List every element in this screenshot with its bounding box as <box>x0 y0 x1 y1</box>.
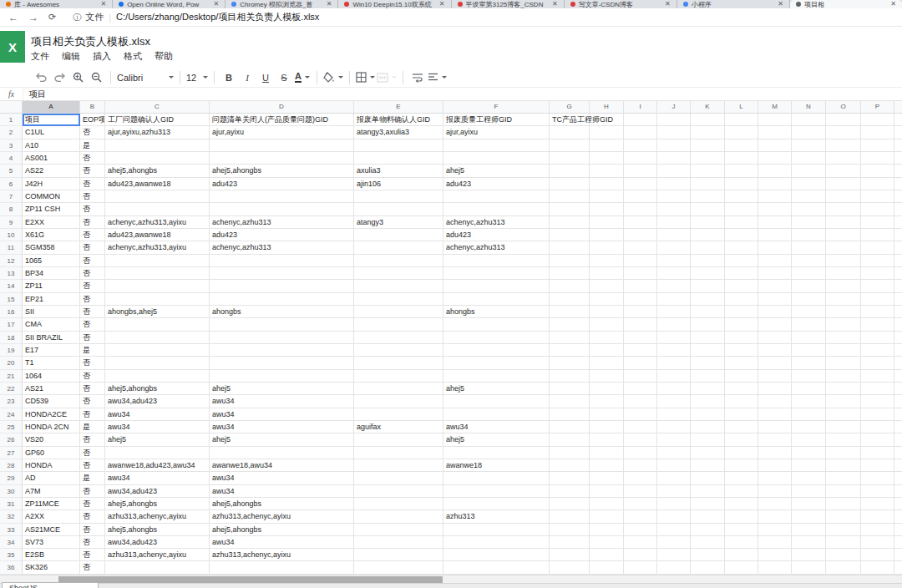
cell-M19[interactable] <box>758 344 792 357</box>
cell-L9[interactable] <box>725 216 758 229</box>
cell-F34[interactable] <box>443 536 550 549</box>
cell-C16[interactable]: ahongbs,ahej5 <box>105 306 210 318</box>
cell-I3[interactable] <box>624 139 657 152</box>
cell-L29[interactable] <box>725 472 758 484</box>
cell-L15[interactable] <box>725 293 758 306</box>
cell-B8[interactable]: 否 <box>80 203 105 215</box>
cell-N31[interactable] <box>792 498 826 510</box>
cell-N9[interactable] <box>792 216 826 229</box>
cell-C18[interactable] <box>105 332 210 344</box>
row-number[interactable]: 4 <box>0 152 23 165</box>
cell-I23[interactable] <box>624 395 657 408</box>
cell-K36[interactable] <box>691 561 725 574</box>
cell-N30[interactable] <box>792 485 826 498</box>
cell-P23[interactable] <box>861 395 894 408</box>
column-header-A[interactable]: A <box>23 101 80 114</box>
cell-K34[interactable] <box>691 536 725 549</box>
cell-I5[interactable] <box>624 165 657 177</box>
cell-H5[interactable] <box>590 165 624 177</box>
cell-M14[interactable] <box>758 280 792 292</box>
cell-G20[interactable] <box>550 357 590 369</box>
cell-E11[interactable] <box>354 241 443 254</box>
forward-icon[interactable]: → <box>28 12 38 23</box>
cell-P30[interactable] <box>861 485 894 498</box>
cell-O3[interactable] <box>826 139 861 152</box>
cell-K7[interactable] <box>691 190 725 203</box>
cell-J34[interactable] <box>657 536 691 549</box>
cell-A2[interactable]: C1UL <box>23 126 80 139</box>
cell-G23[interactable] <box>550 395 590 408</box>
cell-P5[interactable] <box>861 165 894 177</box>
row-number[interactable]: 34 <box>0 536 23 549</box>
cell-C14[interactable] <box>105 280 210 292</box>
cell-A4[interactable]: AS001 <box>23 152 80 165</box>
cell-F6[interactable]: adu423 <box>443 178 550 190</box>
column-header-C[interactable]: C <box>105 101 210 114</box>
cell-B28[interactable]: 否 <box>80 459 105 472</box>
cell-E19[interactable] <box>354 344 443 357</box>
cell-P1[interactable] <box>861 114 894 126</box>
cell-G26[interactable] <box>550 433 590 446</box>
underline-button[interactable]: U <box>257 70 274 85</box>
cell-K35[interactable] <box>691 549 725 561</box>
cell-C3[interactable] <box>105 139 210 152</box>
column-header-D[interactable]: D <box>210 101 354 114</box>
cell-A22[interactable]: AS21 <box>23 383 80 395</box>
cell-X12[interactable] <box>894 255 902 267</box>
cell-B11[interactable]: 否 <box>80 241 105 254</box>
cell-L18[interactable] <box>725 332 758 344</box>
cell-L32[interactable] <box>725 510 758 523</box>
cell-F11[interactable]: achenyc,azhu313 <box>443 241 550 254</box>
column-header-N[interactable]: N <box>792 101 826 114</box>
undo-button[interactable] <box>33 70 49 85</box>
cell-N25[interactable] <box>792 421 826 433</box>
cell-E22[interactable] <box>354 383 443 395</box>
cell-P17[interactable] <box>861 318 894 331</box>
cell-E31[interactable] <box>354 498 443 510</box>
cell-M20[interactable] <box>758 357 792 369</box>
cell-N14[interactable] <box>792 280 826 292</box>
cell-D11[interactable]: achenyc,azhu313 <box>210 241 354 254</box>
cell-K12[interactable] <box>691 255 725 267</box>
cell-H36[interactable] <box>590 561 624 574</box>
cell-E24[interactable] <box>354 408 443 421</box>
cell-C21[interactable] <box>105 370 210 383</box>
cell-G30[interactable] <box>550 485 590 498</box>
cell-E21[interactable] <box>354 370 443 383</box>
cell-M26[interactable] <box>758 433 792 446</box>
cell-X17[interactable] <box>894 318 902 331</box>
row-number[interactable]: 36 <box>0 561 23 574</box>
cell-F18[interactable] <box>443 332 550 344</box>
cell-K6[interactable] <box>691 178 725 190</box>
cell-O34[interactable] <box>826 536 861 549</box>
reload-icon[interactable]: ⟳ <box>48 12 56 23</box>
column-header-H[interactable]: H <box>590 101 624 114</box>
cell-E5[interactable]: axulia3 <box>354 165 443 177</box>
cell-X14[interactable] <box>894 280 902 292</box>
cell-K9[interactable] <box>691 216 725 229</box>
cell-F23[interactable] <box>443 395 550 408</box>
cell-O16[interactable] <box>826 306 861 318</box>
cell-H26[interactable] <box>590 433 624 446</box>
cell-F30[interactable] <box>443 485 550 498</box>
cell-J8[interactable] <box>657 203 691 215</box>
cell-J17[interactable] <box>657 318 691 331</box>
cell-K21[interactable] <box>691 370 725 383</box>
cell-C13[interactable] <box>105 267 210 280</box>
row-number[interactable]: 14 <box>0 280 23 292</box>
cell-N19[interactable] <box>792 344 826 357</box>
cell-K14[interactable] <box>691 280 725 292</box>
cell-X1[interactable] <box>894 114 902 126</box>
column-header-E[interactable]: E <box>354 101 443 114</box>
cell-X28[interactable] <box>894 459 902 472</box>
cell-G21[interactable] <box>550 370 590 383</box>
cell-D13[interactable] <box>210 267 354 280</box>
cell-A28[interactable]: HONDA <box>23 459 80 472</box>
bold-button[interactable]: B <box>220 70 237 85</box>
cell-O22[interactable] <box>826 383 861 395</box>
cell-H22[interactable] <box>590 383 624 395</box>
cell-O9[interactable] <box>826 216 861 229</box>
cell-X18[interactable] <box>894 332 902 344</box>
cell-G34[interactable] <box>550 536 590 549</box>
cell-N13[interactable] <box>792 267 826 280</box>
